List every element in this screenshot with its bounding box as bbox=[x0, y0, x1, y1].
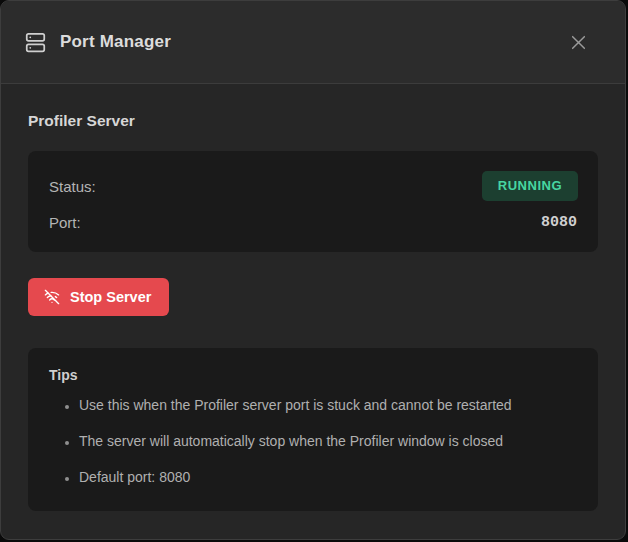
port-label: Port: bbox=[49, 214, 81, 231]
tips-heading: Tips bbox=[49, 367, 577, 383]
section-heading: Profiler Server bbox=[28, 112, 598, 130]
port-manager-dialog: Port Manager Profiler Server Status: RUN… bbox=[0, 0, 626, 540]
tips-list: Use this when the Profiler server port i… bbox=[49, 395, 577, 488]
dialog-body: Profiler Server Status: RUNNING Port: 80… bbox=[1, 84, 625, 511]
status-row: Status: RUNNING bbox=[49, 171, 578, 201]
tip-item: Default port: 8080 bbox=[79, 467, 577, 488]
stop-server-button[interactable]: Stop Server bbox=[28, 278, 169, 316]
dialog-titlebar: Port Manager bbox=[1, 1, 625, 84]
dialog-title: Port Manager bbox=[60, 32, 564, 52]
port-row: Port: 8080 bbox=[49, 214, 578, 231]
status-label: Status: bbox=[49, 178, 96, 195]
wifi-off-icon bbox=[44, 289, 60, 305]
server-icon bbox=[24, 29, 46, 55]
tips-panel: Tips Use this when the Profiler server p… bbox=[28, 348, 598, 511]
stop-server-label: Stop Server bbox=[70, 289, 151, 305]
tip-item: Use this when the Profiler server port i… bbox=[79, 395, 577, 416]
tip-item: The server will automatically stop when … bbox=[79, 431, 577, 452]
status-badge: RUNNING bbox=[482, 171, 578, 201]
close-icon bbox=[570, 34, 587, 51]
status-panel: Status: RUNNING Port: 8080 bbox=[28, 151, 598, 252]
close-button[interactable] bbox=[564, 28, 593, 57]
port-value: 8080 bbox=[541, 214, 578, 231]
